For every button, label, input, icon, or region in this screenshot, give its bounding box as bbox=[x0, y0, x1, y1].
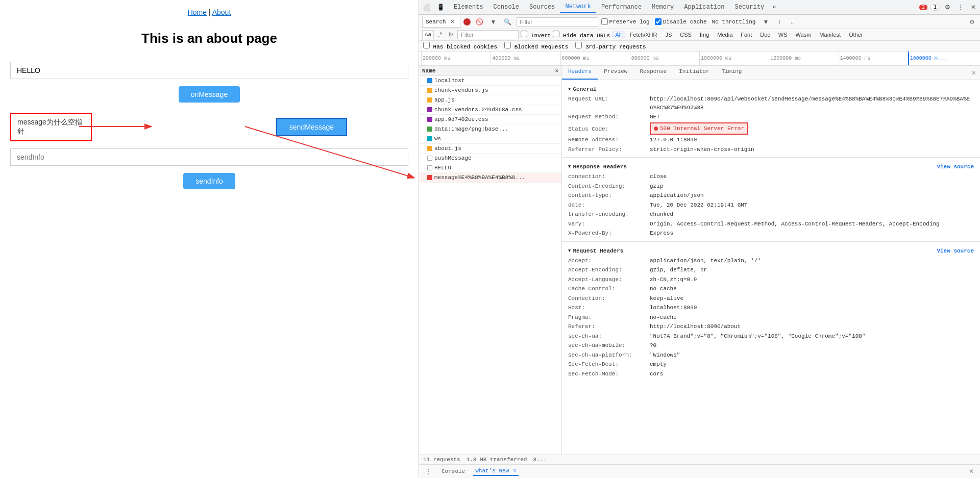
inspect-icon[interactable]: ⬜ bbox=[421, 3, 433, 12]
tab-performance[interactable]: Performance bbox=[596, 2, 647, 13]
tab-sources[interactable]: Sources bbox=[524, 2, 560, 13]
clear-button[interactable]: 🚫 bbox=[474, 17, 485, 27]
url-filter-input[interactable] bbox=[457, 30, 519, 39]
request-localhost[interactable]: localhost bbox=[419, 76, 561, 86]
onmessage-button[interactable]: onMessage bbox=[179, 86, 240, 103]
tab-more[interactable]: » bbox=[769, 2, 779, 13]
request-chunk-vendors-css[interactable]: chunk-vendors.249d368a.css bbox=[419, 105, 561, 115]
request-chunk-vendors-js[interactable]: chunk-vendors.js bbox=[419, 86, 561, 95]
tab-memory[interactable]: Memory bbox=[647, 2, 679, 13]
devtools-panel: ⬜ 📱 Elements Console Sources Network Per… bbox=[419, 0, 980, 478]
response-view-source-link[interactable]: View source bbox=[937, 164, 974, 170]
aa-button[interactable]: Aa bbox=[422, 30, 434, 39]
filter-other[interactable]: Other bbox=[846, 31, 866, 38]
settings-icon[interactable]: ⚙ bbox=[943, 3, 952, 12]
drawer-tab-console[interactable]: Console bbox=[439, 467, 467, 475]
req-cache-control-row: Cache-Control: no-cache bbox=[568, 284, 974, 294]
hide-data-urls-label[interactable]: Hide data URLs bbox=[553, 31, 610, 39]
drawer-menu-icon[interactable]: ⋮ bbox=[423, 467, 433, 476]
details-close-icon[interactable]: ✕ bbox=[968, 66, 980, 80]
device-icon[interactable]: 📱 bbox=[435, 3, 447, 12]
requests-panel: Name ✕ localhost chunk-vendors.js app.js… bbox=[419, 66, 562, 455]
blocked-requests-checkbox[interactable] bbox=[504, 42, 511, 48]
disable-cache-label[interactable]: Disable cache bbox=[655, 18, 707, 25]
details-tab-initiator[interactable]: Initiator bbox=[673, 66, 715, 80]
record-button[interactable] bbox=[463, 18, 471, 26]
filter-wasm[interactable]: Wasm bbox=[793, 31, 815, 38]
third-party-label[interactable]: 3rd-party requests bbox=[575, 42, 646, 50]
close-devtools-icon[interactable]: ✕ bbox=[969, 3, 978, 12]
filter-media[interactable]: Media bbox=[714, 31, 736, 38]
devtools-status-bar: 11 requests 1.8 MB transferred 8... bbox=[419, 455, 980, 464]
invert-label[interactable]: Invert bbox=[521, 31, 551, 39]
sendinfo-button[interactable]: sendInfo bbox=[183, 173, 235, 189]
tab-console[interactable]: Console bbox=[488, 2, 524, 13]
filter-css[interactable]: CSS bbox=[677, 31, 695, 38]
more-options-icon[interactable]: ⋮ bbox=[955, 3, 966, 12]
filter-js[interactable]: JS bbox=[663, 31, 675, 38]
filter-input[interactable] bbox=[517, 17, 598, 27]
has-blocked-cookies-checkbox[interactable] bbox=[423, 42, 430, 48]
filter-fetchxhr[interactable]: Fetch/XHR bbox=[627, 31, 660, 38]
status-code-value: 500 Internal Server Error bbox=[660, 124, 744, 133]
details-tab-timing[interactable]: Timing bbox=[716, 66, 748, 80]
drawer-close-icon[interactable]: ✕ bbox=[967, 467, 976, 476]
search-close-icon[interactable]: ✕ bbox=[448, 17, 457, 26]
search-network-icon[interactable]: 🔍 bbox=[502, 17, 513, 27]
preserve-log-label[interactable]: Preserve log bbox=[601, 18, 650, 25]
hello-input[interactable] bbox=[10, 62, 408, 79]
request-view-source-link[interactable]: View source bbox=[937, 248, 974, 254]
details-tab-headers[interactable]: Headers bbox=[562, 66, 598, 80]
settings-gear-icon[interactable]: ⚙ bbox=[967, 17, 977, 27]
tab-network[interactable]: Network bbox=[560, 1, 596, 13]
filter-font[interactable]: Font bbox=[738, 31, 755, 38]
about-link[interactable]: About bbox=[212, 8, 231, 16]
err-icon bbox=[427, 175, 432, 180]
blocked-requests-label[interactable]: Blocked Requests bbox=[504, 42, 568, 50]
refresh-icon[interactable]: ↻ bbox=[446, 30, 455, 39]
close-details-icon[interactable]: ✕ bbox=[555, 67, 558, 74]
resp-connection-row: connection: close bbox=[568, 172, 974, 182]
hide-data-urls-checkbox[interactable] bbox=[553, 31, 559, 37]
timeline-mark-1: 400000 ms bbox=[491, 52, 560, 65]
export-har-icon[interactable]: ↓ bbox=[788, 17, 795, 27]
message-input-box: message为什么空指針 bbox=[10, 113, 92, 141]
filter-doc[interactable]: Doc bbox=[757, 31, 773, 38]
request-app-js[interactable]: app.js bbox=[419, 95, 561, 105]
has-blocked-cookies-label[interactable]: Has blocked cookies bbox=[423, 42, 497, 50]
invert-checkbox[interactable] bbox=[521, 31, 527, 37]
request-ws[interactable]: ws bbox=[419, 134, 561, 144]
sendinfo-input[interactable] bbox=[10, 148, 408, 166]
request-hello[interactable]: HELLO bbox=[419, 163, 561, 173]
filter-ws[interactable]: WS bbox=[775, 31, 791, 38]
import-har-icon[interactable]: ↑ bbox=[776, 17, 783, 27]
response-headers-title: Response Headers View source bbox=[568, 164, 974, 170]
request-data-image[interactable]: data:image/png;base... bbox=[419, 124, 561, 134]
request-push-message[interactable]: pushMessage bbox=[419, 154, 561, 163]
details-tab-preview[interactable]: Preview bbox=[598, 66, 633, 80]
home-link[interactable]: Home bbox=[188, 8, 207, 16]
tab-elements[interactable]: Elements bbox=[449, 2, 488, 13]
tab-security[interactable]: Security bbox=[730, 2, 770, 13]
whats-new-close-icon[interactable]: × bbox=[513, 468, 517, 474]
filter-icon[interactable]: ▼ bbox=[488, 17, 499, 27]
request-app-css[interactable]: app.9d7402ee.css bbox=[419, 115, 561, 124]
third-party-checkbox[interactable] bbox=[575, 42, 582, 48]
resp-content-type-row: content-type: application/json bbox=[568, 191, 974, 200]
details-tab-response[interactable]: Response bbox=[633, 66, 673, 80]
preserve-log-checkbox[interactable] bbox=[601, 18, 608, 25]
send-message-button[interactable]: sendMessage bbox=[276, 118, 347, 136]
request-message-encoded[interactable]: message%E4%B8%BA%E4%B8%8... bbox=[419, 173, 561, 183]
req-sec-ch-ua-mobile-row: sec-ch-ua-mobile: ?0 bbox=[568, 341, 974, 350]
req-sec-ch-ua-row: sec-ch-ua: "Not?A_Brand";v="8", "Chromiu… bbox=[568, 332, 974, 341]
disable-cache-checkbox[interactable] bbox=[655, 18, 662, 25]
tab-application[interactable]: Application bbox=[679, 2, 729, 13]
filter-img[interactable]: Img bbox=[697, 31, 712, 38]
drawer-tab-whats-new[interactable]: What's New × bbox=[473, 467, 519, 476]
filter-all[interactable]: All bbox=[612, 31, 624, 38]
regex-icon[interactable]: .* bbox=[436, 30, 444, 39]
request-about-js[interactable]: about.js bbox=[419, 144, 561, 154]
filter-manifest[interactable]: Manifest bbox=[816, 31, 844, 38]
timeline-mark-7: 1600000 m... bbox=[908, 52, 978, 65]
throttling-dropdown-icon[interactable]: ▼ bbox=[761, 17, 771, 27]
